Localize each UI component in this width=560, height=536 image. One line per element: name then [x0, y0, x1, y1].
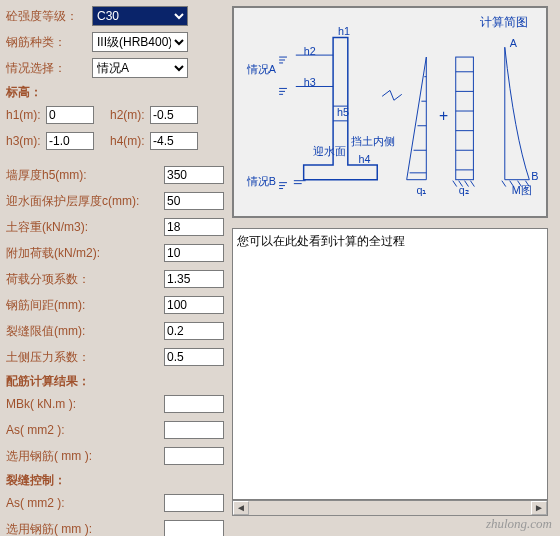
grade-label: 砼强度等级：: [6, 8, 92, 25]
scroll-right-icon[interactable]: ►: [531, 501, 547, 515]
addload-input[interactable]: [164, 244, 224, 262]
cover-input[interactable]: [164, 192, 224, 210]
case-label: 情况选择：: [6, 60, 92, 77]
svg-text:挡土内侧: 挡土内侧: [351, 135, 395, 147]
grade-select[interactable]: C30: [92, 6, 188, 26]
h5-label: 墙厚度h5(mm):: [6, 167, 164, 184]
soil-label: 土容重(kN/m3):: [6, 219, 164, 236]
spacing-label: 钢筋间距(mm):: [6, 297, 164, 314]
watermark: zhulong.com: [486, 516, 552, 532]
addload-label: 附加荷载(kN/m2):: [6, 245, 164, 262]
svg-text:+: +: [439, 107, 448, 124]
sel2-label: 选用钢筋( mm ):: [6, 521, 164, 537]
left-panel: 砼强度等级： C30 钢筋种类： III级(HRB400) 情况选择： 情况A …: [6, 6, 224, 536]
h5-input[interactable]: [164, 166, 224, 184]
h2-input[interactable]: [150, 106, 198, 124]
mbk-label: MBk( kN.m ):: [6, 397, 164, 411]
svg-line-27: [470, 181, 474, 187]
as1-label: As( mm2 ):: [6, 423, 164, 437]
h3-input[interactable]: [46, 132, 94, 150]
sel2-output[interactable]: [164, 520, 224, 536]
svg-text:h4: h4: [359, 153, 371, 165]
spacing-input[interactable]: [164, 296, 224, 314]
crack-label: 裂缝限值(mm):: [6, 323, 164, 340]
h1-input[interactable]: [46, 106, 94, 124]
crack-input[interactable]: [164, 322, 224, 340]
h1-label: h1(m):: [6, 108, 46, 122]
as2-output[interactable]: [164, 494, 224, 512]
svg-text:情况B: 情况B: [246, 175, 276, 187]
rebar-result-section: 配筋计算结果：: [6, 373, 224, 390]
crack-result-section: 裂缝控制：: [6, 472, 224, 489]
h2-label: h2(m):: [110, 108, 150, 122]
h4-input[interactable]: [150, 132, 198, 150]
svg-rect-16: [456, 57, 474, 180]
svg-text:B: B: [531, 170, 538, 182]
svg-text:迎水面: 迎水面: [313, 145, 346, 157]
calculation-log-placeholder: 您可以在此处看到计算的全过程: [237, 234, 405, 248]
sel1-label: 选用钢筋( mm ):: [6, 448, 164, 465]
as1-output[interactable]: [164, 421, 224, 439]
loadfac-label: 荷载分项系数：: [6, 271, 164, 288]
earth-input[interactable]: [164, 348, 224, 366]
mbk-output[interactable]: [164, 395, 224, 413]
svg-text:A: A: [510, 37, 518, 49]
case-select[interactable]: 情况A: [92, 58, 188, 78]
calculation-diagram: 计算简图 h1 h2 h3 h4 h5 情况A 情况B 迎水面 挡土内侧 q₁ …: [232, 6, 548, 218]
calculation-log[interactable]: 您可以在此处看到计算的全过程: [232, 228, 548, 500]
diagram-title: 计算简图: [480, 15, 528, 28]
svg-text:h5: h5: [337, 106, 349, 118]
h4-label: h4(m):: [110, 134, 150, 148]
earth-label: 土侧压力系数：: [6, 349, 164, 366]
rebar-type-label: 钢筋种类：: [6, 34, 92, 51]
sel1-output[interactable]: [164, 447, 224, 465]
horizontal-scrollbar[interactable]: ◄ ►: [232, 500, 548, 516]
svg-text:情况A: 情况A: [246, 63, 277, 75]
scroll-left-icon[interactable]: ◄: [233, 501, 249, 515]
as2-label: As( mm2 ):: [6, 496, 164, 510]
svg-text:h1: h1: [338, 25, 350, 37]
svg-line-29: [502, 181, 506, 187]
cover-label: 迎水面保护层厚度c(mm):: [6, 193, 164, 210]
soil-input[interactable]: [164, 218, 224, 236]
svg-text:q₁: q₁: [416, 184, 426, 196]
svg-text:M图: M图: [512, 184, 532, 196]
elevation-section: 标高：: [6, 84, 224, 101]
rebar-type-select[interactable]: III级(HRB400): [92, 32, 188, 52]
svg-text:q₂: q₂: [459, 184, 469, 196]
h3-label: h3(m):: [6, 134, 46, 148]
loadfac-input[interactable]: [164, 270, 224, 288]
svg-line-24: [453, 181, 457, 187]
